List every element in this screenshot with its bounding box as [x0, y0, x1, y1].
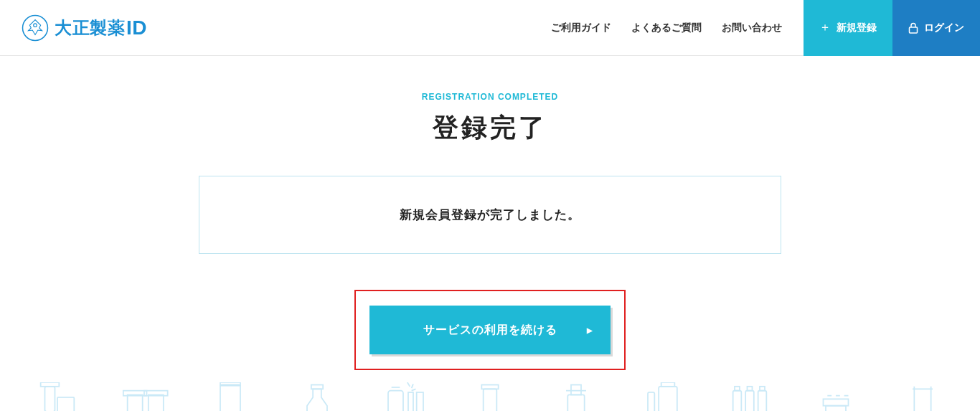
svg-rect-11 — [220, 382, 240, 386]
product-icon-5 — [378, 382, 428, 411]
nav-contact[interactable]: お問い合わせ — [722, 22, 782, 34]
message-box: 新規会員登録が完了しました。 — [199, 176, 781, 254]
svg-rect-29 — [824, 399, 849, 405]
svg-rect-19 — [571, 384, 581, 395]
svg-rect-5 — [41, 382, 60, 387]
svg-rect-4 — [57, 397, 74, 411]
register-button[interactable]: ＋ 新規登録 — [804, 0, 892, 56]
svg-rect-12 — [311, 384, 323, 389]
svg-rect-30 — [826, 406, 846, 411]
svg-rect-24 — [745, 391, 754, 411]
register-label: 新規登録 — [837, 22, 877, 34]
logo-text: 大正製薬ID — [55, 16, 147, 39]
svg-rect-25 — [758, 391, 766, 411]
page-title: 登録完了 — [0, 110, 980, 146]
login-label: ログイン — [924, 22, 964, 34]
product-icon-4 — [292, 382, 342, 411]
svg-rect-6 — [127, 395, 142, 411]
product-icon-6 — [465, 382, 515, 411]
svg-point-1 — [34, 23, 37, 27]
logo-area[interactable]: 大正製薬ID — [0, 14, 147, 42]
svg-rect-17 — [481, 384, 498, 389]
main-content: REGISTRATION COMPLETED 登録完了 新規会員登録が完了しまし… — [0, 56, 980, 370]
nav-buttons: ＋ 新規登録 ログイン — [804, 0, 980, 56]
svg-rect-21 — [659, 387, 677, 411]
svg-rect-8 — [149, 395, 164, 411]
highlight-box: サービスの利用を続ける ▶ — [354, 290, 626, 370]
svg-rect-23 — [732, 391, 741, 411]
svg-rect-28 — [760, 387, 765, 391]
subtitle-en: REGISTRATION COMPLETED — [0, 92, 980, 102]
arrow-right-icon: ▶ — [587, 326, 593, 334]
svg-rect-26 — [735, 387, 740, 391]
svg-rect-2 — [910, 27, 918, 33]
logo-text-jp: 大正製薬 — [55, 16, 125, 39]
svg-rect-15 — [417, 392, 423, 411]
product-icon-3 — [205, 382, 255, 411]
svg-rect-18 — [568, 395, 585, 411]
product-icon-11 — [897, 382, 948, 411]
main-header: 大正製薬ID ご利用ガイド よくあるご質問 お問い合わせ ＋ 新規登録 ログイン — [0, 0, 980, 56]
svg-rect-10 — [220, 384, 240, 411]
product-icon-2 — [119, 382, 169, 411]
product-icon-7 — [551, 382, 601, 411]
svg-rect-14 — [408, 392, 413, 411]
login-button[interactable]: ログイン — [892, 0, 980, 56]
plus-icon: ＋ — [819, 20, 831, 35]
eagle-logo-icon — [22, 14, 49, 42]
product-icon-1 — [32, 382, 83, 411]
svg-rect-22 — [661, 382, 675, 387]
svg-rect-27 — [747, 387, 752, 391]
continue-label: サービスの利用を続ける — [423, 323, 557, 338]
logo-text-id: ID — [126, 16, 147, 39]
nav-guide[interactable]: ご利用ガイド — [551, 22, 611, 34]
message-text: 新規会員登録が完了しました。 — [199, 207, 781, 223]
svg-rect-13 — [388, 391, 403, 411]
footer-decoration — [0, 377, 980, 411]
svg-rect-20 — [648, 392, 654, 411]
product-icon-8 — [638, 382, 688, 411]
svg-rect-16 — [484, 389, 497, 411]
product-icon-9 — [725, 382, 775, 411]
nav-links: ご利用ガイド よくあるご質問 お問い合わせ — [551, 22, 804, 34]
svg-rect-3 — [45, 387, 55, 411]
nav-faq[interactable]: よくあるご質問 — [631, 22, 702, 34]
continue-button[interactable]: サービスの利用を続ける ▶ — [369, 306, 611, 354]
lock-icon — [908, 22, 918, 34]
product-icon-10 — [811, 382, 861, 411]
svg-point-0 — [23, 15, 48, 40]
